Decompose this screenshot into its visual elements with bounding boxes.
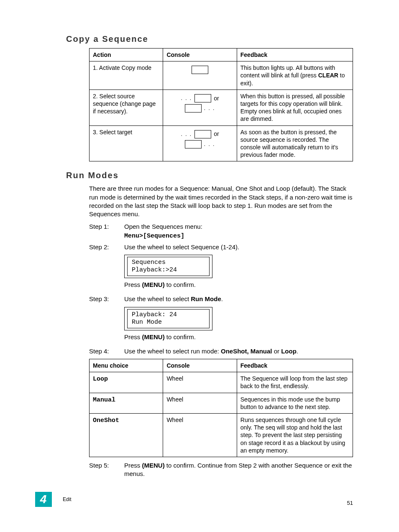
cell-menu-choice: OneShot (90, 413, 163, 457)
lcd-display: Playback: 24 Run Mode (124, 307, 353, 330)
feedback-bold: CLEAR (318, 72, 338, 79)
cell-menu-choice: Loop (90, 372, 163, 393)
step-bold: Run Mode (191, 295, 221, 302)
cell-console: . . . or . . . (163, 90, 237, 125)
menu-path: Menu>[Sequences] (124, 233, 184, 240)
step-1: Step 1: Open the Sequences menu: Menu>[S… (89, 223, 353, 240)
lcd-display: Sequences Playback:>24 (124, 255, 353, 278)
cell-console: Wheel (163, 393, 237, 413)
step-2: Step 2: Use the wheel to select Sequence… (89, 243, 353, 293)
th-feedback: Feedback (237, 359, 353, 372)
console-button-icon (185, 140, 202, 148)
table-header-row: Menu choice Console Feedback (90, 359, 353, 372)
cell-feedback: The Sequence will loop from the last ste… (237, 372, 353, 393)
press-post: to confirm. (165, 333, 196, 340)
press-confirm: Press (MENU) to confirm. (124, 333, 353, 341)
manual-page: Copy a Sequence Action Console Feedback … (0, 0, 399, 532)
th-console: Console (163, 359, 237, 372)
console-button-icon (194, 130, 211, 138)
table-row: Manual Wheel Sequences in this mode use … (90, 393, 353, 413)
page-number: 51 (347, 500, 353, 506)
cell-console: . . . or . . . (163, 125, 237, 161)
press-pre: Press (124, 333, 142, 340)
cell-console (163, 61, 237, 90)
table-row: 3. Select target . . . or . . . As soon … (90, 125, 353, 161)
cell-feedback: As soon as the button is pressed, the so… (237, 125, 353, 161)
copy-sequence-section: Action Console Feedback 1. Activate Copy… (89, 48, 353, 161)
step-text: . (221, 295, 223, 302)
step-text: Use the wheel to select (124, 295, 191, 302)
press-post: to confirm. (165, 281, 196, 288)
heading-copy-a-sequence: Copy a Sequence (66, 34, 353, 44)
cell-action: 1. Activate Copy mode (90, 61, 163, 90)
press-pre: Press (124, 281, 142, 288)
cell-action: 2. Select source sequence (change page i… (90, 90, 163, 125)
th-action: Action (90, 49, 163, 61)
chapter-number-chip: 4 (35, 492, 52, 507)
step-body: Open the Sequences menu: Menu>[Sequences… (124, 223, 353, 240)
table-row: 2. Select source sequence (change page i… (90, 90, 353, 125)
step-text: or (272, 348, 281, 355)
ellipsis-icon: . . . (181, 96, 192, 101)
step-3: Step 3: Use the wheel to select Run Mode… (89, 295, 353, 345)
lcd-text: Sequences Playback:>24 (127, 257, 210, 276)
copy-sequence-table: Action Console Feedback 1. Activate Copy… (89, 48, 353, 161)
console-button-icon (185, 104, 202, 113)
press-bold: (MENU) (142, 281, 165, 288)
heading-run-modes: Run Modes (66, 171, 353, 180)
step-text: Use the wheel to select Sequence (1-24). (124, 243, 239, 251)
console-button-row: . . . (166, 104, 233, 113)
or-label: or (214, 95, 219, 102)
cell-console: Wheel (163, 372, 237, 393)
cell-action: 3. Select target (90, 125, 163, 161)
or-label: or (214, 130, 219, 138)
console-button-icon (192, 66, 208, 74)
step-body: Press (MENU) to confirm. Continue from S… (124, 461, 353, 478)
table-row: Loop Wheel The Sequence will loop from t… (90, 372, 353, 393)
console-button-row: . . . (166, 140, 233, 148)
table-row: 1. Activate Copy mode This button lights… (90, 61, 353, 90)
console-button-row: . . . or (166, 130, 233, 138)
console-button-row: . . . or (166, 94, 233, 102)
step-label: Step 3: (89, 295, 124, 345)
table-row: OneShot Wheel Runs sequences through one… (90, 413, 353, 457)
step-text: Press (124, 462, 142, 469)
cell-console: Wheel (163, 413, 237, 457)
ellipsis-icon: . . . (181, 132, 192, 137)
step-label: Step 4: (89, 347, 124, 356)
step-text: . (297, 348, 298, 355)
table-header-row: Action Console Feedback (90, 49, 353, 61)
step-bold: (MENU) (142, 462, 165, 469)
page-footer: 4 Edit 51 (0, 492, 399, 507)
chapter-label: Edit (63, 496, 72, 502)
step-body: Use the wheel to select Run Mode. Playba… (124, 295, 353, 345)
press-bold: (MENU) (142, 333, 165, 340)
run-mode-menu-table: Menu choice Console Feedback Loop Wheel … (89, 359, 353, 457)
menu-choice-value: Manual (93, 396, 115, 404)
cell-feedback: Sequences in this mode use the bump butt… (237, 393, 353, 413)
step-label: Step 1: (89, 223, 124, 240)
menu-choice-value: Loop (93, 376, 108, 383)
th-feedback: Feedback (237, 49, 353, 61)
step-text: Open the Sequences menu: (124, 223, 202, 230)
step-label: Step 5: (89, 461, 124, 478)
step-text: Use the wheel to select run mode: (124, 348, 221, 355)
ellipsis-icon: . . . (204, 142, 215, 147)
cell-feedback: Runs sequences through one full cycle on… (237, 413, 353, 457)
lcd-text: Playback: 24 Run Mode (127, 309, 210, 328)
step-5: Step 5: Press (MENU) to confirm. Continu… (89, 461, 353, 478)
step-body: Use the wheel to select Sequence (1-24).… (124, 243, 353, 293)
cell-menu-choice: Manual (90, 393, 163, 413)
menu-choice-value: OneShot (93, 417, 119, 424)
cell-feedback: This button lights up. All buttons with … (237, 61, 353, 90)
cell-feedback: When this button is pressed, all possibl… (237, 90, 353, 125)
th-menu-choice: Menu choice (90, 359, 163, 372)
console-button-icon (194, 94, 211, 102)
step-bold: OneShot, Manual (221, 348, 272, 355)
console-button-row (166, 66, 233, 74)
step-label: Step 2: (89, 243, 124, 293)
step-body: Use the wheel to select run mode: OneSho… (124, 347, 353, 356)
th-console: Console (163, 49, 237, 61)
ellipsis-icon: . . . (204, 106, 215, 111)
step-bold: Loop (281, 348, 297, 355)
